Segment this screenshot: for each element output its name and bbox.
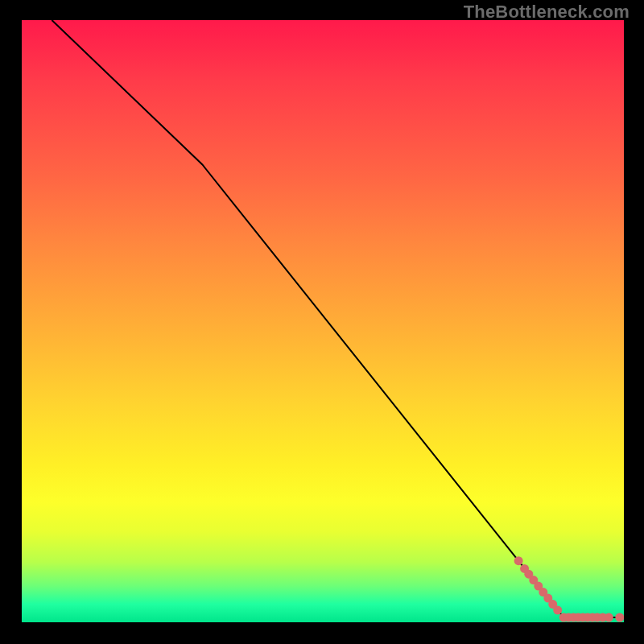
chart-frame: TheBottleneck.com xyxy=(0,0,644,644)
chart-markers xyxy=(514,556,624,621)
data-point xyxy=(553,606,562,615)
data-point xyxy=(605,613,613,622)
chart-overlay xyxy=(22,20,624,622)
chart-curve xyxy=(52,20,624,617)
data-point xyxy=(514,556,523,565)
data-point xyxy=(615,613,624,622)
